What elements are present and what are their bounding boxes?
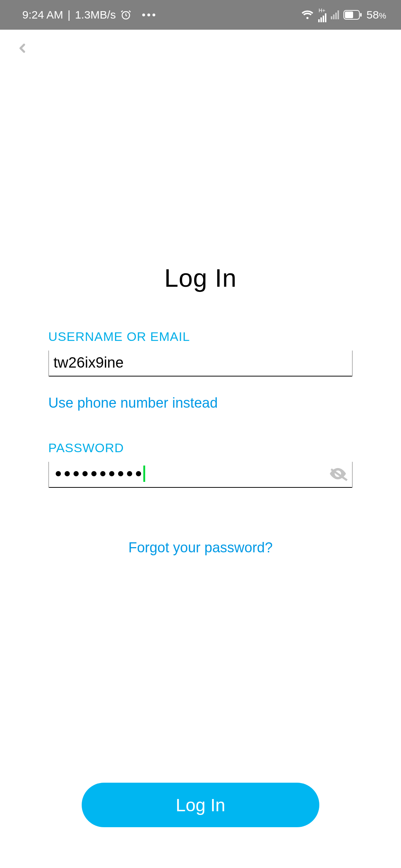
signal-icon — [318, 13, 326, 22]
password-dot — [82, 471, 88, 476]
status-separator: | — [68, 9, 71, 21]
status-left: 9:24 AM | 1.3MB/s ••• — [22, 9, 157, 21]
forgot-password-link[interactable]: Forgot your password? — [128, 540, 273, 556]
battery-icon — [343, 10, 362, 20]
alarm-icon — [120, 9, 131, 20]
password-dot — [136, 471, 141, 476]
page-title: Log In — [48, 263, 353, 292]
status-bar: 9:24 AM | 1.3MB/s ••• H+ — [0, 0, 401, 30]
wifi-icon — [301, 9, 314, 21]
username-label: USERNAME OR EMAIL — [48, 329, 353, 344]
battery-percent: 58% — [366, 9, 386, 21]
password-dot — [109, 471, 114, 476]
login-form: Log In USERNAME OR EMAIL tw26ix9ine Use … — [0, 67, 401, 556]
signal-group-1: H+ — [318, 7, 326, 22]
svg-rect-2 — [345, 11, 353, 18]
password-dot — [100, 471, 105, 476]
login-button[interactable]: Log In — [82, 783, 319, 827]
use-phone-link[interactable]: Use phone number instead — [48, 395, 218, 411]
password-dot — [127, 471, 132, 476]
login-button-label: Log In — [176, 795, 225, 815]
signal-icon-2 — [331, 10, 339, 19]
status-speed: 1.3MB/s — [75, 9, 116, 21]
status-time: 9:24 AM — [22, 9, 63, 21]
forgot-password-container: Forgot your password? — [48, 540, 353, 556]
back-button[interactable] — [11, 37, 33, 59]
header — [0, 30, 401, 67]
password-field[interactable] — [48, 462, 353, 488]
password-dot — [91, 471, 97, 476]
chevron-left-icon — [15, 41, 29, 55]
svg-rect-3 — [360, 13, 362, 17]
password-dot — [65, 471, 70, 476]
network-type-label: H+ — [319, 7, 325, 13]
username-field[interactable]: tw26ix9ine — [48, 351, 353, 377]
toggle-password-visibility[interactable] — [328, 464, 348, 483]
username-value: tw26ix9ine — [53, 354, 124, 371]
text-cursor — [143, 466, 145, 482]
password-label: PASSWORD — [48, 441, 353, 455]
password-dot — [56, 471, 61, 476]
password-value-masked — [53, 466, 145, 482]
eye-off-icon — [328, 464, 348, 483]
password-dot — [118, 471, 123, 476]
status-right: H+ 58% — [301, 7, 386, 22]
status-more-icon: ••• — [142, 9, 157, 21]
password-dot — [74, 471, 79, 476]
